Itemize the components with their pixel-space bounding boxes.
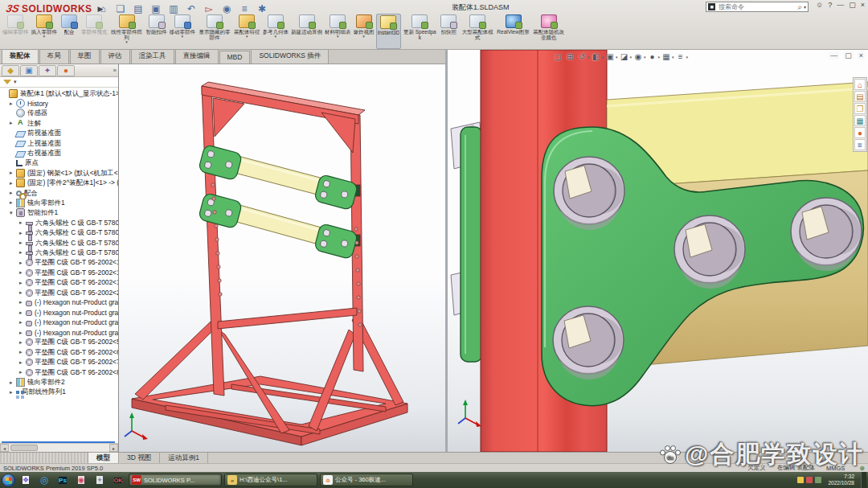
tree-item[interactable]: ▸ 镜向零部件2 xyxy=(0,377,118,387)
tree-item[interactable]: ▸ 平垫圈 C级 GB-T 95-2002<5> xyxy=(0,338,118,347)
tree-item[interactable]: ▸ 平垫圈 C级 GB-T 95-2002<20 xyxy=(0,288,118,297)
tree-item[interactable]: ▸ 六角头螺栓 C 级 GB-T 5780-2( xyxy=(0,228,118,237)
expand-arrow-icon[interactable]: ▸ xyxy=(19,219,26,226)
tree-item[interactable]: ▸ 平垫圈 C级 GB-T 95-2002<8> xyxy=(0,367,118,377)
doc-restore-button[interactable]: ▢ xyxy=(843,51,854,59)
restore-button[interactable]: ▢ xyxy=(849,1,856,9)
model-tab[interactable]: 3D 视图 xyxy=(119,453,160,463)
login-user-icon[interactable]: ☺ xyxy=(816,1,823,9)
command-tab[interactable]: 装配体 xyxy=(2,49,39,64)
tree-item[interactable]: ▸ 配合 xyxy=(0,188,118,198)
ribbon-button[interactable]: 新建运动算例 xyxy=(290,14,323,49)
tree-item[interactable]: ▸ 六角头螺栓 C 级 GB-T 5780-2( xyxy=(0,238,118,248)
taskbar-clock[interactable]: 7:32 2022/10/28 xyxy=(828,474,854,486)
tree-item[interactable]: 上视基准面 xyxy=(0,138,118,148)
ribbon-button[interactable]: 材料明细表 ▾ xyxy=(324,14,352,49)
tree-filter-row[interactable]: ▾ xyxy=(0,77,118,88)
tree-item[interactable]: ▸ 平垫圈 C级 GB-T 95-2002<19 xyxy=(0,277,118,287)
ribbon-button[interactable]: 更新 Speedpak xyxy=(402,14,437,49)
ribbon-button[interactable]: 装配体随机改变颜色 xyxy=(531,14,567,49)
tree-item[interactable]: ▸ (-) Hexagon nut-Product gra xyxy=(0,297,118,307)
appearances-icon[interactable]: ● xyxy=(854,127,866,138)
tree-item[interactable]: 传感器 xyxy=(0,109,118,118)
ribbon-button[interactable]: 爆炸视图 ▾ xyxy=(353,14,375,49)
taskbar-window-button[interactable]: SW SOLIDWORKS P... xyxy=(129,474,222,486)
tree-item[interactable]: ▸ 注解 xyxy=(0,118,118,128)
expand-arrow-icon[interactable]: ▸ xyxy=(19,249,26,256)
tree-item[interactable]: ▸ 镜向零部件1 xyxy=(0,198,118,207)
tree-item[interactable]: ▸ 平垫圈 C级 GB-T 95-2002<18 xyxy=(0,268,118,277)
section-view-icon[interactable]: ◧ ▾ xyxy=(591,51,604,63)
expand-arrow-icon[interactable]: ▸ xyxy=(10,190,16,196)
design-library-icon[interactable]: ▤ xyxy=(854,91,866,102)
tree-item[interactable]: ▸ 平垫圈 C级 GB-T 95-2002<17 xyxy=(0,258,118,268)
filter-caret-icon[interactable]: ▾ xyxy=(14,79,17,85)
display-style-icon[interactable]: ◪ ▾ xyxy=(619,51,633,63)
screen-recorder-icon[interactable]: OK xyxy=(110,474,126,486)
search-caret-icon[interactable]: ▾ xyxy=(804,4,806,10)
command-tab[interactable]: MBD xyxy=(219,51,251,64)
ribbon-button[interactable]: 编辑零部件 xyxy=(2,14,30,49)
help-icon[interactable]: ? xyxy=(828,1,832,9)
tree-item[interactable]: ▾ 智能扣件1 xyxy=(0,208,118,218)
scroll-left-icon[interactable]: ◂ xyxy=(0,444,9,452)
scroll-thumb[interactable] xyxy=(10,445,38,451)
tree-item[interactable]: ▸ (固定) 钢架<1> (默认<机加工<< xyxy=(0,168,118,178)
zoom-fit-icon[interactable]: ◻ xyxy=(552,51,563,63)
close-button[interactable]: × xyxy=(861,1,865,9)
dropdown-caret-icon[interactable]: ▾ xyxy=(672,55,674,59)
expand-arrow-icon[interactable]: ▸ xyxy=(19,369,26,375)
tree-item[interactable]: ▸ History xyxy=(0,98,118,108)
taskbar-window-button[interactable]: ❂ 公众号 - 360极速... xyxy=(320,474,413,486)
dropdown-caret-icon[interactable]: ▾ xyxy=(588,55,590,59)
ribbon-button[interactable]: 移动零部件 ▾ xyxy=(169,14,197,49)
expand-arrow-icon[interactable]: ▸ xyxy=(19,240,26,246)
dropdown-caret-icon[interactable]: ▾ xyxy=(686,55,689,59)
command-tab[interactable]: 布局 xyxy=(39,49,69,64)
command-tab[interactable]: SOLIDWORKS 插件 xyxy=(251,49,329,64)
tree-item[interactable]: ▸ 平垫圈 C级 GB-T 95-2002<7> xyxy=(0,358,118,367)
dropdown-caret-icon[interactable]: ▾ xyxy=(658,55,661,59)
expand-arrow-icon[interactable]: ▸ xyxy=(19,319,26,326)
configuration-manager-tab[interactable]: ✦ xyxy=(39,65,56,76)
search-box[interactable]: ■ ⌕ ▾ xyxy=(706,2,809,12)
panel-resize-handle[interactable] xyxy=(0,453,88,463)
tree-item[interactable]: ▸ 六角头螺栓 C 级 GB-T 5780-2( xyxy=(0,248,118,257)
expand-arrow-icon[interactable]: ▾ xyxy=(10,210,16,216)
viewport-right[interactable]: ◻ ⊞ ↺ ▾ ◧ ▾ ▣ xyxy=(448,50,868,452)
model-tab[interactable]: 运动算例1 xyxy=(160,453,208,463)
start-button[interactable] xyxy=(2,474,15,487)
tree-item[interactable]: 右视基准面 xyxy=(0,148,118,158)
custom-properties-icon[interactable]: ≡ xyxy=(854,139,866,150)
expand-arrow-icon[interactable]: ▸ xyxy=(19,230,26,236)
zoom-area-icon[interactable]: ⊞ xyxy=(564,51,575,63)
edit-appearance-icon[interactable]: ● ▾ xyxy=(647,51,661,63)
show-desktop-button[interactable] xyxy=(861,472,866,488)
dropdown-caret-icon[interactable]: ▾ xyxy=(602,55,604,59)
feature-manager-tab[interactable]: ◆ xyxy=(2,65,19,76)
tray-icon-3[interactable] xyxy=(815,477,821,483)
view-settings-icon[interactable]: ≡ ▾ xyxy=(675,51,689,63)
search-scope-icon[interactable]: ■ xyxy=(708,3,715,10)
expand-arrow-icon[interactable]: ▸ xyxy=(19,310,26,316)
scroll-right-icon[interactable]: ▸ xyxy=(109,444,118,452)
tray-icon-1[interactable] xyxy=(797,477,804,483)
ribbon-button[interactable]: 线性零部件阵列 ▾ xyxy=(109,14,145,49)
command-tab[interactable]: 渲染工具 xyxy=(131,49,174,64)
tree-item[interactable]: 原点 xyxy=(0,158,118,168)
unit-system-globe-icon[interactable]: ⊕ xyxy=(859,465,865,472)
command-tab[interactable]: 评估 xyxy=(100,49,130,64)
ribbon-button[interactable]: 大型装配体模式 xyxy=(460,14,495,49)
model-tab[interactable]: 模型 xyxy=(88,453,119,463)
ribbon-button[interactable]: 智能扣件 xyxy=(145,14,168,49)
file-explorer-icon[interactable]: ❐ xyxy=(854,103,866,114)
expand-arrow-icon[interactable]: ▸ xyxy=(19,280,26,286)
ribbon-button[interactable]: 零部件预览 xyxy=(80,14,108,49)
utility-app-icon[interactable]: ✦ xyxy=(92,474,108,486)
ribbon-button[interactable]: 参考几何体 ▾ xyxy=(262,14,290,49)
expand-arrow-icon[interactable]: ▸ xyxy=(19,260,26,266)
tray-icon-2[interactable] xyxy=(806,477,813,483)
view-orientation-icon[interactable]: ▣ ▾ xyxy=(604,51,618,63)
tree-item[interactable]: 前视基准面 xyxy=(0,129,118,138)
panel-expand-icon[interactable]: » xyxy=(113,67,117,74)
